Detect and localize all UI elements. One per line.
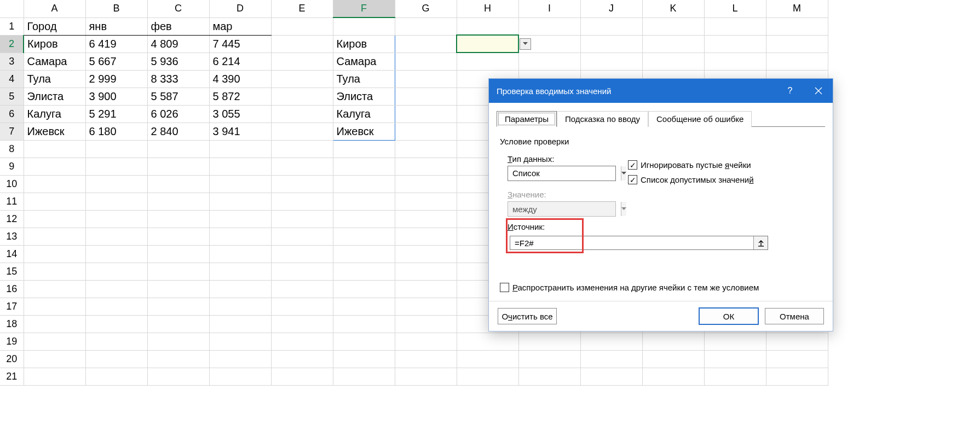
- cell-B15[interactable]: [85, 263, 147, 280]
- cell-D21[interactable]: [209, 368, 271, 385]
- cell-D6[interactable]: 3 055: [209, 105, 271, 123]
- cell-A12[interactable]: [24, 210, 85, 228]
- clear-all-button[interactable]: Очистить все: [498, 308, 557, 324]
- cell-E1[interactable]: [271, 18, 333, 35]
- ok-button[interactable]: ОК: [699, 308, 758, 324]
- cell-C2[interactable]: 4 809: [147, 35, 209, 53]
- cell-D9[interactable]: [209, 158, 271, 175]
- cell-A21[interactable]: [24, 368, 85, 385]
- cell-D18[interactable]: [209, 315, 271, 333]
- cell-B18[interactable]: [85, 315, 147, 333]
- cell-K2[interactable]: [642, 35, 704, 53]
- cell-F5[interactable]: Элиста: [333, 88, 395, 105]
- range-picker-button[interactable]: [753, 236, 768, 249]
- cell-B16[interactable]: [85, 280, 147, 298]
- col-header-J[interactable]: J: [580, 0, 642, 18]
- col-header-E[interactable]: E: [271, 0, 333, 18]
- cell-A13[interactable]: [24, 228, 85, 245]
- cell-F13[interactable]: [333, 228, 395, 245]
- cell-D5[interactable]: 5 872: [209, 88, 271, 105]
- cell-E15[interactable]: [271, 263, 333, 280]
- cell-F16[interactable]: [333, 280, 395, 298]
- cell-F8[interactable]: [333, 140, 395, 158]
- cell-C15[interactable]: [147, 263, 209, 280]
- cell-J2[interactable]: [580, 35, 642, 53]
- cell-G20[interactable]: [395, 350, 457, 368]
- cell-A19[interactable]: [24, 333, 85, 350]
- cell-C3[interactable]: 5 936: [147, 53, 209, 70]
- row-header-12[interactable]: 12: [0, 210, 24, 228]
- cell-I3[interactable]: [518, 53, 580, 70]
- cell-C4[interactable]: 8 333: [147, 70, 209, 88]
- cell-C10[interactable]: [147, 175, 209, 193]
- cell-D20[interactable]: [209, 350, 271, 368]
- cell-M20[interactable]: [766, 350, 828, 368]
- cell-G5[interactable]: [395, 88, 457, 105]
- col-header-H[interactable]: H: [457, 0, 518, 18]
- cell-L3[interactable]: [704, 53, 766, 70]
- cell-D16[interactable]: [209, 280, 271, 298]
- row-header-5[interactable]: 5: [0, 88, 24, 105]
- cell-A16[interactable]: [24, 280, 85, 298]
- cell-K19[interactable]: [642, 333, 704, 350]
- cell-A17[interactable]: [24, 298, 85, 315]
- cell-G15[interactable]: [395, 263, 457, 280]
- row-header-4[interactable]: 4: [0, 70, 24, 88]
- cell-B6[interactable]: 5 291: [85, 105, 147, 123]
- cell-F4[interactable]: Тула: [333, 70, 395, 88]
- cell-K3[interactable]: [642, 53, 704, 70]
- col-header-B[interactable]: B: [85, 0, 147, 18]
- col-header-I[interactable]: I: [518, 0, 580, 18]
- cell-D14[interactable]: [209, 245, 271, 263]
- cell-K21[interactable]: [642, 368, 704, 385]
- cell-C21[interactable]: [147, 368, 209, 385]
- cell-A11[interactable]: [24, 193, 85, 210]
- cell-B21[interactable]: [85, 368, 147, 385]
- cell-H20[interactable]: [457, 350, 518, 368]
- cell-B17[interactable]: [85, 298, 147, 315]
- cell-G12[interactable]: [395, 210, 457, 228]
- cell-F14[interactable]: [333, 245, 395, 263]
- cell-C12[interactable]: [147, 210, 209, 228]
- cell-I21[interactable]: [518, 368, 580, 385]
- cell-E13[interactable]: [271, 228, 333, 245]
- source-field[interactable]: [510, 236, 768, 250]
- cell-D8[interactable]: [209, 140, 271, 158]
- propagate-checkbox[interactable]: Распространить изменения на другие ячейк…: [500, 283, 822, 292]
- cell-J19[interactable]: [580, 333, 642, 350]
- cell-B8[interactable]: [85, 140, 147, 158]
- col-header-D[interactable]: D: [209, 0, 271, 18]
- type-combo[interactable]: [508, 166, 616, 181]
- row-header-15[interactable]: 15: [0, 263, 24, 280]
- cell-G18[interactable]: [395, 315, 457, 333]
- cell-K20[interactable]: [642, 350, 704, 368]
- cell-C19[interactable]: [147, 333, 209, 350]
- cell-A9[interactable]: [24, 158, 85, 175]
- row-header-13[interactable]: 13: [0, 228, 24, 245]
- cell-F7[interactable]: Ижевск: [333, 123, 395, 140]
- cell-A7[interactable]: Ижевск: [24, 123, 85, 140]
- cell-L1[interactable]: [704, 18, 766, 35]
- row-header-18[interactable]: 18: [0, 315, 24, 333]
- select-all-corner[interactable]: [0, 0, 24, 18]
- cell-A20[interactable]: [24, 350, 85, 368]
- cell-F9[interactable]: [333, 158, 395, 175]
- row-header-19[interactable]: 19: [0, 333, 24, 350]
- cell-H2[interactable]: [457, 35, 518, 53]
- cell-G4[interactable]: [395, 70, 457, 88]
- cell-A15[interactable]: [24, 263, 85, 280]
- cell-M21[interactable]: [766, 368, 828, 385]
- cancel-button[interactable]: Отмена: [765, 308, 824, 324]
- row-header-10[interactable]: 10: [0, 175, 24, 193]
- cell-B14[interactable]: [85, 245, 147, 263]
- cell-F2[interactable]: Киров: [333, 35, 395, 53]
- row-header-16[interactable]: 16: [0, 280, 24, 298]
- cell-D7[interactable]: 3 941: [209, 123, 271, 140]
- cell-B11[interactable]: [85, 193, 147, 210]
- cell-F11[interactable]: [333, 193, 395, 210]
- cell-D19[interactable]: [209, 333, 271, 350]
- cell-C18[interactable]: [147, 315, 209, 333]
- cell-G16[interactable]: [395, 280, 457, 298]
- cell-H3[interactable]: [457, 53, 518, 70]
- cell-A18[interactable]: [24, 315, 85, 333]
